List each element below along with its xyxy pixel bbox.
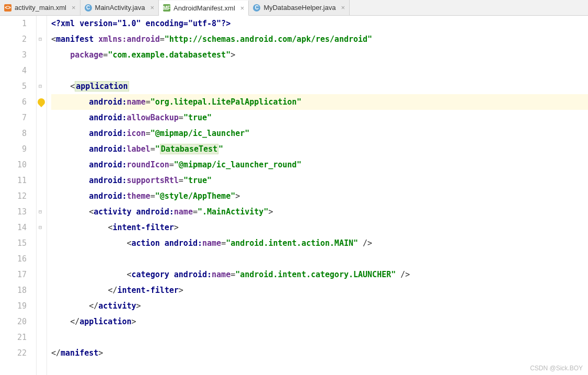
tag-name: manifest <box>61 348 98 358</box>
line-gutter: 1 2 3 4 5 6 7 8 9 10 11 12 13 14 15 16 1… <box>0 16 37 375</box>
attr-ns: android: <box>136 207 174 217</box>
line-number: 22 <box>0 345 27 361</box>
attr-ns: android: <box>89 129 126 138</box>
line-number: 14 <box>0 220 27 235</box>
code-line[interactable]: <action android:name="android.intent.act… <box>51 235 588 251</box>
code-line[interactable] <box>51 63 588 78</box>
attr-value: true <box>188 113 207 122</box>
line-number: 4 <box>0 63 27 78</box>
line-number: 10 <box>0 157 27 173</box>
code-line[interactable]: android:allowBackup="true" <box>51 110 588 126</box>
attr-name: roundIcon <box>127 160 169 169</box>
code-line[interactable]: <application <box>51 78 588 94</box>
code-line[interactable]: android:theme="@style/AppTheme"> <box>51 188 588 204</box>
xml-declaration: <?xml version="1.0" encoding="utf-8"?> <box>51 19 230 28</box>
fold-column: ⊟ ⊟ ⊟ ⊟ <box>37 16 47 375</box>
fold-toggle-icon[interactable]: ⊟ <box>39 78 42 94</box>
line-number: 18 <box>0 282 27 298</box>
line-number: 21 <box>0 329 27 345</box>
code-line[interactable]: </application> <box>51 314 588 329</box>
tag-name: application <box>79 317 131 326</box>
code-line[interactable]: </intent-filter> <box>51 282 588 298</box>
tag-name: action <box>132 238 160 248</box>
fold-toggle-icon[interactable]: ⊟ <box>39 204 42 220</box>
attr-ns: android: <box>89 160 126 169</box>
attr-name: xmlns:android <box>98 35 159 44</box>
line-number: 16 <box>0 251 27 267</box>
code-line[interactable]: <intent-filter> <box>51 220 588 235</box>
line-number: 12 <box>0 188 27 204</box>
attr-value: com.example.databasetest <box>112 50 226 60</box>
line-number: 20 <box>0 314 27 329</box>
java-class-icon: C <box>253 4 260 12</box>
code-line[interactable]: </activity> <box>51 298 588 314</box>
code-line[interactable]: android:label="DatabaseTest" <box>51 141 588 157</box>
attr-ns: android: <box>89 191 126 201</box>
attr-value: .MainActivity <box>202 207 263 217</box>
tag-name: application <box>75 81 129 92</box>
close-icon[interactable]: × <box>341 4 345 12</box>
code-line[interactable]: android:supportsRtl="true" <box>51 173 588 188</box>
line-number: 2 <box>0 31 27 47</box>
tab-dbhelper[interactable]: C MyDatabaseHelper.java × <box>249 0 350 15</box>
code-line[interactable]: android:name="org.litepal.LitePalApplica… <box>51 94 588 110</box>
line-number: 11 <box>0 173 27 188</box>
attr-name: name <box>212 270 230 279</box>
line-number: 17 <box>0 267 27 282</box>
code-line[interactable]: package="com.example.databasetest"> <box>51 47 588 63</box>
line-number: 1 <box>0 16 27 31</box>
code-line[interactable]: <manifest xmlns:android="http://schemas.… <box>51 31 588 47</box>
code-line[interactable]: <activity android:name=".MainActivity"> <box>51 204 588 220</box>
code-line[interactable]: <?xml version="1.0" encoding="utf-8"?> <box>51 16 588 31</box>
close-icon[interactable]: × <box>240 4 245 12</box>
tab-manifest[interactable]: MF AndroidManifest.xml × <box>159 1 249 16</box>
attr-ns: android: <box>89 113 126 122</box>
attr-name: name <box>174 207 193 217</box>
attr-value: org.litepal.LitePalApplication <box>155 97 297 107</box>
code-area[interactable]: <?xml version="1.0" encoding="utf-8"?> <… <box>47 16 588 375</box>
tab-label: MainActivity.java <box>95 4 145 12</box>
line-number: 9 <box>0 141 27 157</box>
fold-toggle-icon[interactable]: ⊟ <box>39 31 42 47</box>
manifest-icon: MF <box>163 4 170 12</box>
attr-value: @mipmap/ic_launcher_round <box>179 160 297 169</box>
code-line[interactable]: <category android:name="android.intent.c… <box>51 267 588 282</box>
attr-name: name <box>127 97 146 107</box>
code-editor[interactable]: 1 2 3 4 5 6 7 8 9 10 11 12 13 14 15 16 1… <box>0 16 588 375</box>
code-line[interactable]: android:icon="@mipmap/ic_launcher" <box>51 126 588 141</box>
line-number <box>0 361 27 375</box>
tab-mainactivity[interactable]: C MainActivity.java × <box>80 0 159 15</box>
line-number: 3 <box>0 47 27 63</box>
code-line[interactable] <box>51 329 588 345</box>
tag-name: manifest <box>56 35 94 44</box>
line-number: 19 <box>0 298 27 314</box>
tab-label: MyDatabaseHelper.java <box>263 4 336 12</box>
xml-icon: <> <box>4 4 11 12</box>
tab-activity-main[interactable]: <> activity_main.xml × <box>0 0 80 15</box>
attr-name: label <box>127 144 151 154</box>
attr-value: DatabaseTest <box>160 144 218 154</box>
attr-value: @mipmap/ic_launcher <box>155 129 245 138</box>
close-icon[interactable]: × <box>150 4 154 12</box>
attr-value: android.intent.category.LAUNCHER <box>240 270 391 279</box>
tab-label: AndroidManifest.xml <box>174 4 235 12</box>
attr-name: name <box>202 238 221 248</box>
tab-label: activity_main.xml <box>15 4 66 12</box>
attr-value: true <box>188 176 207 185</box>
line-number: 6 <box>0 94 27 110</box>
java-class-icon: C <box>85 4 92 12</box>
fold-toggle-icon[interactable]: ⊟ <box>39 220 42 235</box>
tag-name: intent-filter <box>112 223 174 232</box>
code-line[interactable]: </manifest> <box>51 345 588 361</box>
attr-name: theme <box>127 191 151 201</box>
editor-tabs: <> activity_main.xml × C MainActivity.ja… <box>0 0 588 16</box>
attr-value: android.intent.action.MAIN <box>230 238 353 248</box>
attr-ns: android: <box>165 238 202 248</box>
attr-name: package <box>70 50 103 60</box>
close-icon[interactable]: × <box>72 4 76 12</box>
line-number: 8 <box>0 126 27 141</box>
code-line[interactable] <box>51 251 588 267</box>
code-line[interactable]: android:roundIcon="@mipmap/ic_launcher_r… <box>51 157 588 173</box>
attr-ns: android: <box>89 144 126 154</box>
intention-bulb-icon[interactable] <box>36 97 47 107</box>
